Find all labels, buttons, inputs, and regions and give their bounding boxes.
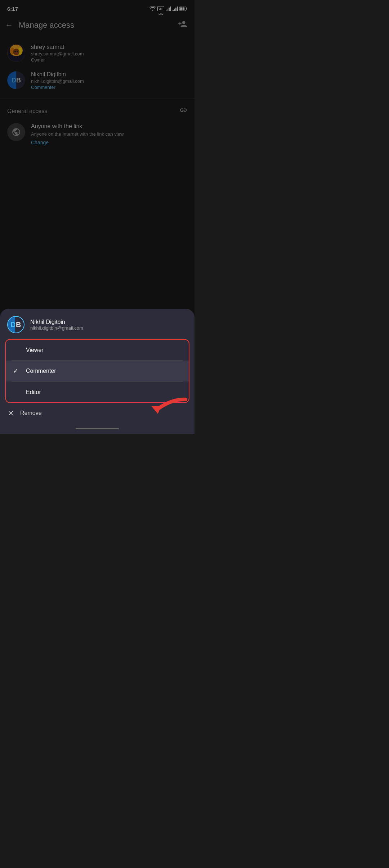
remove-icon [7, 410, 14, 417]
remove-label: Remove [20, 410, 42, 416]
viewer-check [13, 346, 22, 354]
role-commenter[interactable]: ✓ Commenter [6, 361, 189, 381]
editor-label: Editor [26, 389, 41, 395]
roles-selection-box: Viewer ✓ Commenter Editor [5, 339, 189, 403]
home-bar [76, 428, 119, 429]
editor-check [13, 388, 22, 396]
remove-section-container: Remove [0, 403, 194, 423]
commenter-check: ✓ [13, 367, 22, 375]
role-viewer[interactable]: Viewer [6, 340, 189, 360]
home-indicator [0, 423, 194, 434]
bs-avatar: D B [7, 316, 24, 333]
svg-marker-13 [151, 406, 161, 414]
bs-person-info: Nikhil Digitbin nikhil.digitbin@gmail.co… [30, 319, 187, 331]
red-arrow-annotation [130, 396, 187, 417]
viewer-label: Viewer [26, 347, 44, 353]
bottom-sheet: D B Nikhil Digitbin nikhil.digitbin@gmai… [0, 309, 194, 434]
bs-person-name: Nikhil Digitbin [30, 319, 187, 325]
bottom-sheet-header: D B Nikhil Digitbin nikhil.digitbin@gmai… [0, 309, 194, 339]
bs-person-email: nikhil.digitbin@gmail.com [30, 325, 187, 331]
commenter-label: Commenter [26, 368, 56, 374]
